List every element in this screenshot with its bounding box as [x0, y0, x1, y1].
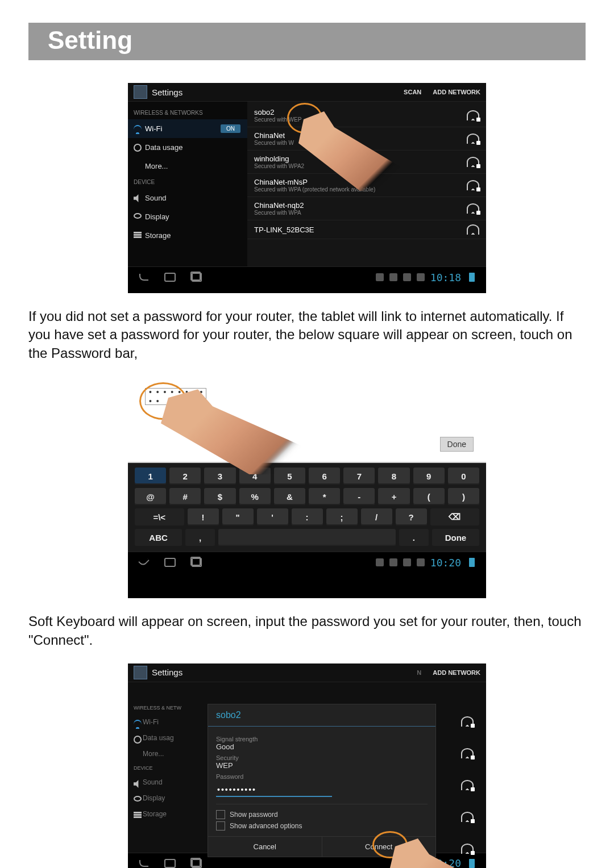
- screenshot-connect-dialog: Settings N ADD NETWORK WIRELESS & NETW W…: [128, 663, 486, 868]
- status-icon: [376, 273, 384, 281]
- sidebar-wifi-label: Wi-Fi: [145, 124, 162, 133]
- key[interactable]: $: [204, 488, 235, 505]
- key[interactable]: 9: [413, 468, 445, 485]
- nav-recent-icon[interactable]: [192, 558, 202, 567]
- key[interactable]: -: [343, 488, 375, 505]
- screenshot-header: Settings SCAN ADD NETWORK: [128, 83, 486, 102]
- key[interactable]: %: [239, 488, 271, 505]
- security-value: WEP: [216, 761, 428, 770]
- status-clock: 10:18: [430, 272, 461, 283]
- key[interactable]: &: [274, 488, 305, 505]
- signal-strength-value: Good: [216, 742, 428, 751]
- wifi-signal-icon: [461, 844, 474, 854]
- sidebar-storage[interactable]: Storage: [128, 226, 247, 245]
- sidebar-display[interactable]: Display: [128, 207, 247, 226]
- key-comma[interactable]: ,: [185, 529, 215, 546]
- nav-home-icon[interactable]: [164, 273, 176, 282]
- show-password-label: Show password: [230, 811, 278, 819]
- nav-back-icon[interactable]: [138, 556, 150, 567]
- key-symbols[interactable]: =\<: [135, 508, 184, 525]
- key[interactable]: (: [413, 488, 445, 505]
- section-device: DEVICE: [128, 762, 208, 774]
- key-done[interactable]: Done: [432, 529, 479, 546]
- nav-home-icon[interactable]: [164, 859, 176, 868]
- pointing-hand-icon: [161, 389, 309, 474]
- key[interactable]: :: [292, 508, 323, 525]
- key[interactable]: !: [188, 508, 219, 525]
- scan-button[interactable]: SCAN: [404, 89, 421, 95]
- key[interactable]: ': [257, 508, 288, 525]
- key-dot[interactable]: .: [399, 529, 429, 546]
- nav-recent-icon[interactable]: [192, 273, 202, 282]
- status-icon: [417, 273, 425, 281]
- wifi-on-toggle[interactable]: ON: [221, 124, 240, 133]
- key[interactable]: +: [378, 488, 409, 505]
- key[interactable]: 0: [448, 468, 479, 485]
- show-password-checkbox[interactable]: [216, 810, 225, 819]
- key[interactable]: 1: [135, 468, 166, 485]
- section-wireless: WIRELESS & NETW: [128, 702, 208, 714]
- nav-back-icon[interactable]: [139, 274, 148, 281]
- key[interactable]: ;: [326, 508, 358, 525]
- dialog-title: sobo2: [208, 704, 435, 727]
- sidebar-wifi: Wi-Fi: [128, 714, 208, 730]
- battery-icon: [469, 558, 475, 567]
- key[interactable]: *: [309, 488, 340, 505]
- instruction-paragraph-2: Soft Keyboard will appear on screen, inp…: [28, 612, 586, 649]
- key[interactable]: ?: [396, 508, 427, 525]
- show-advanced-checkbox[interactable]: [216, 821, 225, 831]
- wifi-signal-icon: [467, 224, 479, 235]
- sidebar-wifi[interactable]: Wi-Fi ON: [128, 119, 247, 138]
- wifi-network-item[interactable]: sobo2Secured with WEP: [247, 104, 486, 127]
- sidebar-data-usage[interactable]: Data usage: [128, 138, 247, 157]
- battery-icon: [469, 273, 475, 282]
- show-advanced-label: Show advanced options: [230, 822, 302, 830]
- android-nav-bar: 10:18: [128, 266, 486, 287]
- sidebar-more[interactable]: More...: [128, 157, 247, 176]
- nav-home-icon[interactable]: [164, 558, 176, 567]
- key-backspace[interactable]: ⌫: [430, 508, 480, 525]
- key[interactable]: ): [448, 488, 479, 505]
- key[interactable]: 6: [309, 468, 340, 485]
- sidebar-sound: Sound: [128, 774, 208, 790]
- sidebar-data-usage: Data usag: [128, 730, 208, 746]
- add-network-button[interactable]: ADD NETWORK: [433, 89, 480, 95]
- add-network-button[interactable]: ADD NETWORK: [433, 669, 480, 676]
- key[interactable]: 2: [169, 468, 201, 485]
- page-title: Setting: [48, 26, 132, 54]
- key-abc[interactable]: ABC: [135, 529, 182, 546]
- wifi-signal-icon: [467, 180, 479, 190]
- sidebar-sound[interactable]: Sound: [128, 189, 247, 207]
- sidebar-more: More...: [128, 746, 208, 762]
- section-device: DEVICE: [128, 176, 247, 189]
- screenshot-header: Settings N ADD NETWORK: [128, 663, 486, 682]
- soft-keyboard: 1 2 3 4 5 6 7 8 9 0 @ # $ % & * - + ( ) …: [128, 463, 486, 552]
- settings-title: Settings: [152, 87, 182, 97]
- nav-recent-icon[interactable]: [192, 859, 202, 868]
- settings-title: Settings: [152, 667, 182, 677]
- wifi-network-item[interactable]: TP-LINK_52BC3E: [247, 220, 486, 239]
- wifi-signal-icon: [467, 110, 479, 120]
- status-icon: [376, 558, 384, 566]
- wifi-network-item[interactable]: ChinaNet-nqb2Secured with WPA: [247, 197, 486, 220]
- key[interactable]: 7: [343, 468, 375, 485]
- done-button[interactable]: Done: [440, 437, 474, 452]
- key[interactable]: 3: [204, 468, 235, 485]
- key[interactable]: @: [135, 488, 166, 505]
- key-space[interactable]: [218, 529, 396, 546]
- settings-icon: [134, 85, 147, 99]
- wifi-signal-icon: [461, 748, 474, 758]
- instruction-paragraph-1: If you did not set a password for your r…: [28, 307, 586, 362]
- key[interactable]: ": [222, 508, 254, 525]
- settings-icon: [134, 666, 147, 679]
- nav-back-icon[interactable]: [139, 860, 148, 867]
- security-label: Security: [216, 754, 428, 761]
- key[interactable]: #: [169, 488, 201, 505]
- key[interactable]: 8: [378, 468, 409, 485]
- key[interactable]: /: [361, 508, 392, 525]
- wifi-signal-icon: [467, 157, 479, 167]
- password-input[interactable]: ••••••••••: [216, 783, 332, 797]
- cancel-button[interactable]: Cancel: [208, 837, 322, 857]
- wifi-security: Secured with WPA2: [254, 163, 304, 169]
- wifi-signal-icon: [467, 203, 479, 214]
